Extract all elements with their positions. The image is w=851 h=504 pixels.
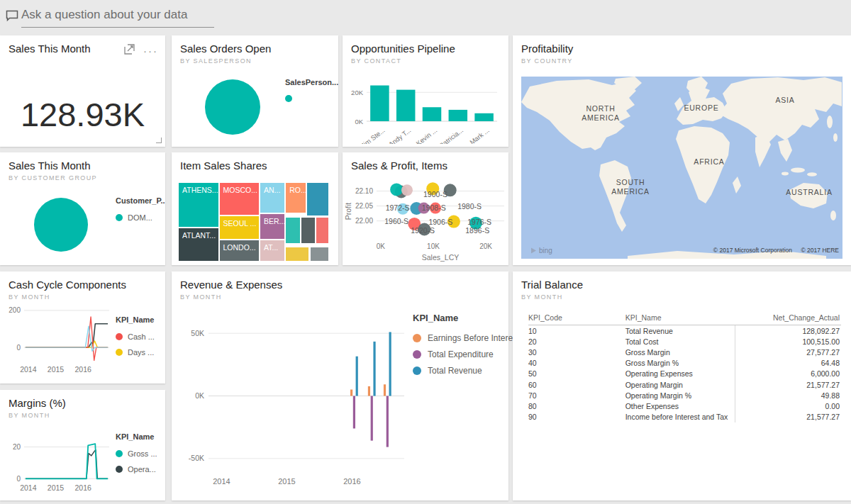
table-cell: 60 xyxy=(528,379,625,390)
table-row: 30Gross Margin27,577.27 xyxy=(528,347,841,357)
legend-title: KPI_Name xyxy=(413,313,519,323)
table-cell: Total Revenue xyxy=(625,325,735,337)
qna-input[interactable]: Ask a question about your data xyxy=(21,8,214,28)
column-header-kpi-code[interactable]: KPI_Code xyxy=(528,311,625,325)
svg-text:0K: 0K xyxy=(195,391,204,400)
tile-subtitle: BY MONTH xyxy=(521,293,563,301)
pie-chart[interactable] xyxy=(34,198,88,252)
table-cell: 49.88 xyxy=(735,390,841,401)
tile-subtitle: BY COUNTRY xyxy=(521,57,573,65)
table-row: 90Income before Interest and Tax21,577.2… xyxy=(528,412,841,422)
table-cell: Total Cost xyxy=(625,336,735,347)
table-row: 40Gross Margin %64.48 xyxy=(528,358,841,369)
scatter-chart[interactable]: 22.0022.0522.100K10K20KSales_LCYProfit19… xyxy=(344,181,506,263)
tile-trial-balance[interactable]: Trial Balance BY MONTH KPI_Code KPI_Name… xyxy=(513,271,851,500)
legend: Customer_P.. DOM... xyxy=(116,196,165,229)
map-label-south-america: SOUTH xyxy=(616,178,645,186)
tile-sales-this-month-pie[interactable]: Sales This Month BY CUSTOMER GROUP Custo… xyxy=(0,152,165,265)
legend-dot-icon xyxy=(413,334,421,342)
svg-text:Kevin ...: Kevin ... xyxy=(414,126,438,144)
tile-title: Margins (%) xyxy=(9,397,66,409)
tile-subtitle: BY MONTH xyxy=(9,412,50,419)
world-map[interactable]: NORTH AMERICA EUROPE ASIA AFRICA SOUTH A… xyxy=(521,77,842,259)
legend-item: DOM... xyxy=(116,213,165,222)
tile-item-sales-shares[interactable]: Item Sales Shares ATHENS...ATLANT...MOSC… xyxy=(172,152,338,265)
legend-label: Total Revenue xyxy=(428,366,482,376)
tile-title: Sales This Month xyxy=(9,43,91,55)
svg-text:Sales_LCY: Sales_LCY xyxy=(422,253,460,262)
legend-dot-icon xyxy=(413,366,421,375)
svg-text:1980-S: 1980-S xyxy=(457,202,482,211)
tile-revenue-expenses[interactable]: Revenue & Expenses BY MONTH 50K0K-50K201… xyxy=(172,271,508,500)
table-cell: Operating Margin % xyxy=(625,390,735,401)
legend-item: Opera... xyxy=(116,465,157,474)
table-row: 70Operating Margin %49.88 xyxy=(528,390,841,401)
treemap-cell-label: ATLANT... xyxy=(179,228,218,240)
treemap-cell-label: SEOUL ... xyxy=(220,216,260,228)
tile-subtitle: BY CONTACT xyxy=(351,57,401,65)
map-label-australia: AUSTRALIA xyxy=(786,188,833,196)
table-cell: 128,092.27 xyxy=(735,325,841,337)
tile-sales-orders-open[interactable]: Sales Orders Open BY SALESPERSON SalesPe… xyxy=(172,35,338,147)
legend: KPI_Name Cash ...Days ... xyxy=(116,315,155,364)
svg-text:1906-S: 1906-S xyxy=(428,218,452,226)
treemap-cell: RO... xyxy=(285,182,306,213)
svg-text:1896-S: 1896-S xyxy=(465,226,489,235)
treemap-cell xyxy=(316,217,329,244)
kpi-value: 128.93K xyxy=(0,95,165,134)
treemap-cell: ATLANT... xyxy=(178,228,219,262)
tile-title: Sales Orders Open xyxy=(180,43,271,55)
svg-text:2014: 2014 xyxy=(20,483,37,492)
revenue-column-chart[interactable]: 50K0K-50K201420152016 xyxy=(180,311,414,490)
legend-label: Earnings Before Interest xyxy=(428,333,519,343)
map-label-asia: ASIA xyxy=(775,96,794,104)
legend: KPI_Name Gross ...Opera... xyxy=(116,432,157,481)
tile-subtitle: BY CUSTOMER GROUP xyxy=(9,174,97,181)
treemap-cell: SEOUL ... xyxy=(219,215,260,240)
table-row: 10Total Revenue128,092.27 xyxy=(528,325,841,337)
margins-line-chart[interactable]: 200201420152016 xyxy=(4,421,112,495)
treemap-cell: AN... xyxy=(260,182,285,213)
column-header-kpi-name[interactable]: KPI_Name xyxy=(625,311,735,325)
table-cell: Gross Margin % xyxy=(625,358,735,369)
legend-item: Gross ... xyxy=(116,449,157,458)
treemap-cell: MOSCO... xyxy=(219,182,260,215)
tile-margins[interactable]: Margins (%) BY MONTH 200201420152016 KPI… xyxy=(0,390,165,500)
legend-dot-icon xyxy=(116,450,123,457)
svg-text:1960-S: 1960-S xyxy=(384,217,408,225)
resize-handle[interactable] xyxy=(156,138,162,143)
tile-cash-cycle[interactable]: Cash Cycle Components BY MONTH 200020142… xyxy=(0,271,165,383)
legend-title: KPI_Name xyxy=(116,315,155,324)
pie-chart[interactable] xyxy=(205,79,260,135)
table-cell: 0.00 xyxy=(735,401,841,411)
trial-balance-table[interactable]: KPI_Code KPI_Name Net_Change_Actual 10To… xyxy=(528,311,841,422)
map-copyright-here: © 2017 HERE xyxy=(801,247,839,254)
table-row: 50Operating Expenses6,000.00 xyxy=(528,369,841,379)
table-cell: 20 xyxy=(528,336,625,347)
legend-label: Opera... xyxy=(128,465,156,474)
focus-mode-icon[interactable] xyxy=(124,44,135,57)
tile-sales-profit-scatter[interactable]: Sales & Profit, Items 22.0022.0522.100K1… xyxy=(343,152,508,265)
svg-text:2015: 2015 xyxy=(48,365,65,374)
tile-profitability-map[interactable]: Profitability BY COUNTRY xyxy=(513,35,851,265)
legend-label: Gross ... xyxy=(128,449,157,458)
column-header-net-change[interactable]: Net_Change_Actual xyxy=(735,311,841,325)
map-label-europe: EUROPE xyxy=(684,103,718,112)
treemap-cell xyxy=(285,247,309,262)
table-cell: Gross Margin xyxy=(625,347,735,357)
treemap-cell xyxy=(285,217,300,244)
ellipsis-menu-icon[interactable]: ··· xyxy=(143,47,158,55)
tile-title: Cash Cycle Components xyxy=(9,279,126,291)
svg-text:Profit: Profit xyxy=(344,203,352,220)
pipeline-bar-chart[interactable]: 20K0KJim Ste...Andy T...Kevin ...Patrici… xyxy=(345,77,504,144)
treemap-cell-label: BER... xyxy=(260,214,284,225)
svg-text:22.00: 22.00 xyxy=(355,217,373,225)
table-cell: 64.48 xyxy=(735,358,841,369)
cash-line-chart[interactable]: 2000201420152016 xyxy=(4,306,112,376)
table-cell: Income before Interest and Tax xyxy=(625,412,735,422)
tile-sales-this-month-kpi[interactable]: Sales This Month ··· 128.93K xyxy=(0,35,165,147)
treemap-chart[interactable]: ATHENS...ATLANT...MOSCO...SEOUL ...LONDO… xyxy=(178,182,329,262)
svg-text:22.05: 22.05 xyxy=(355,202,373,210)
tile-opportunities-pipeline[interactable]: Opportunities Pipeline BY CONTACT 20K0KJ… xyxy=(343,35,508,147)
table-cell: Other Expenses xyxy=(625,401,735,411)
